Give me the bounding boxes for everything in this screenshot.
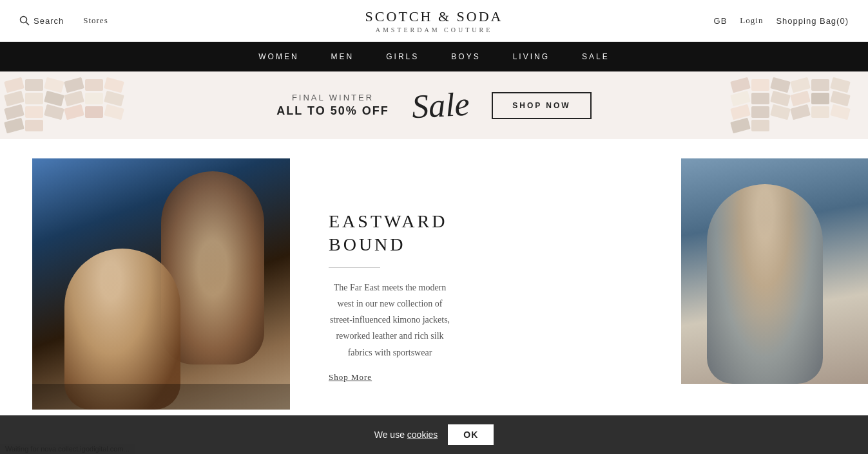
- pattern-chip: [730, 77, 751, 93]
- hero-right-image: [681, 158, 868, 384]
- pattern-chip: [44, 104, 64, 120]
- pattern-chip: [770, 91, 791, 107]
- nav-item-girls[interactable]: GIRLS: [386, 52, 419, 61]
- search-button[interactable]: Search: [19, 15, 64, 26]
- pattern-chip: [64, 77, 84, 93]
- top-bar: Search Stores SCOTCH & SODA AMSTERDAM CO…: [0, 0, 868, 42]
- pattern-chip: [830, 104, 851, 120]
- banner-sale-script: Sale: [410, 87, 470, 124]
- pattern-chip: [751, 93, 769, 104]
- pattern-chip: [811, 79, 829, 91]
- main-content: EASTWARD BOUND The Far East meets the mo…: [0, 139, 868, 410]
- pattern-chip: [811, 93, 829, 104]
- pattern-chip: [85, 106, 103, 118]
- title-divider: [329, 267, 380, 268]
- nav-item-men[interactable]: MEN: [331, 52, 354, 61]
- nav-item-women[interactable]: WOMEN: [258, 52, 298, 61]
- pattern-chip: [4, 77, 24, 93]
- banner-text-left: FINAL WINTER ALL TO 50% OFF: [276, 93, 389, 118]
- search-label: Search: [34, 16, 64, 26]
- pattern-chip: [790, 77, 811, 93]
- pattern-chips-left: [0, 71, 142, 139]
- pattern-chip: [25, 106, 43, 118]
- pattern-chip: [25, 79, 43, 91]
- pattern-chip: [25, 93, 43, 104]
- bag-count: (0): [836, 16, 849, 26]
- brand-logo-area: SCOTCH & SODA AMSTERDAM COUTURE: [365, 8, 503, 33]
- login-link[interactable]: Login: [740, 15, 763, 26]
- pattern-chip: [751, 106, 769, 118]
- banner-content: FINAL WINTER ALL TO 50% OFF Sale SHOP NO…: [276, 89, 591, 122]
- pattern-chip: [104, 104, 124, 120]
- nav-item-boys[interactable]: BOYS: [451, 52, 480, 61]
- shop-now-button[interactable]: SHOP NOW: [492, 92, 591, 119]
- pattern-chip: [770, 104, 791, 120]
- pattern-chip: [4, 118, 24, 134]
- pattern-chip: [770, 77, 791, 93]
- collection-title: EASTWARD BOUND: [329, 210, 451, 257]
- banner-final-winter: FINAL WINTER: [276, 93, 389, 102]
- pattern-chip: [64, 91, 84, 107]
- hero-left-image: [32, 158, 290, 410]
- top-bar-right: GB Login Shopping Bag(0): [714, 15, 849, 26]
- pattern-chip: [85, 93, 103, 104]
- banner-discount: ALL TO 50% OFF: [276, 104, 389, 118]
- pattern-chip: [811, 106, 829, 118]
- pattern-chip: [85, 79, 103, 91]
- pattern-chip: [751, 120, 769, 131]
- main-nav: WOMEN MEN GIRLS BOYS LIVING SALE: [0, 42, 868, 71]
- pattern-chip: [25, 120, 43, 131]
- collection-title-line2: BOUND: [329, 234, 406, 254]
- svg-point-0: [21, 17, 27, 23]
- pattern-chip: [4, 91, 24, 107]
- pattern-chip: [64, 104, 84, 120]
- pattern-chip: [830, 77, 851, 93]
- pattern-chip: [44, 91, 64, 107]
- collection-title-line1: EASTWARD: [329, 211, 447, 231]
- collection-info: EASTWARD BOUND The Far East meets the mo…: [290, 158, 490, 408]
- pattern-chip: [44, 77, 64, 93]
- sale-banner: FINAL WINTER ALL TO 50% OFF Sale SHOP NO…: [0, 71, 868, 139]
- pattern-chip: [751, 79, 769, 91]
- bag-label: Shopping Bag: [776, 16, 836, 26]
- pattern-chip: [104, 77, 124, 93]
- pattern-chip: [790, 104, 811, 120]
- search-icon: [19, 15, 30, 26]
- brand-subtitle: AMSTERDAM COUTURE: [365, 26, 503, 33]
- right-person-silhouette: [707, 184, 823, 384]
- pattern-chip: [830, 91, 851, 107]
- nav-item-sale[interactable]: SALE: [582, 52, 610, 61]
- pattern-chip: [4, 104, 24, 120]
- pattern-chip: [730, 91, 751, 107]
- pattern-chip: [730, 104, 751, 120]
- collection-description: The Far East meets the modern west in ou…: [329, 279, 451, 361]
- pattern-chip: [790, 91, 811, 107]
- gb-selector[interactable]: GB: [714, 16, 728, 26]
- brand-name: SCOTCH & SODA: [365, 8, 503, 25]
- shopping-bag-link[interactable]: Shopping Bag(0): [776, 16, 849, 26]
- pattern-chip: [104, 91, 124, 107]
- nav-item-living[interactable]: LIVING: [513, 52, 550, 61]
- top-bar-left: Search Stores: [19, 15, 108, 26]
- pattern-chip: [730, 118, 751, 134]
- shop-more-link[interactable]: Shop More: [329, 372, 451, 383]
- stores-link[interactable]: Stores: [83, 15, 108, 26]
- pattern-chips-right: [726, 71, 868, 139]
- person-front-silhouette: [64, 249, 180, 410]
- svg-line-1: [26, 23, 30, 26]
